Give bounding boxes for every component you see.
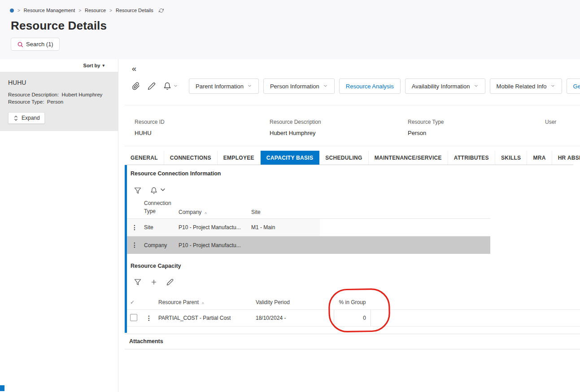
edit-icon[interactable] [166, 279, 174, 286]
main-content: « Parent [118, 59, 580, 392]
table-row-selected[interactable]: ⋮ Company P10 - Project Manufactu... [127, 236, 490, 254]
resource-analysis-button[interactable]: Resource Analysis [339, 78, 401, 94]
chevron-down-icon [474, 83, 479, 90]
tab-skills[interactable]: SKILLS [495, 151, 527, 165]
search-icon [17, 41, 23, 48]
tab-bar: GENERAL CONNECTIONS EMPLOYEE CAPACITY BA… [125, 151, 573, 165]
sort-ascending-icon: ^ [202, 302, 204, 307]
capacity-table: ✓ Resource Parent^ Validity Period % in … [127, 291, 580, 327]
table-row[interactable]: ⋮ PARTIAL_COST - Partial Cost 18/10/2024… [127, 309, 580, 327]
connection-table-header: Connection Type Company^ Site [127, 199, 490, 219]
connection-section-title: Resource Connection Information [131, 170, 580, 177]
attachments-section[interactable]: Attachments [125, 334, 580, 349]
tab-capacity-basis[interactable]: CAPACITY BASIS [261, 151, 319, 165]
resource-list-item[interactable]: HUHU Resource Description: Hubert Humphr… [0, 72, 118, 131]
tab-mra[interactable]: MRA [527, 151, 552, 165]
availability-information-button[interactable]: Availability Information [405, 78, 485, 94]
field-resource-id: Resource ID HUHU [135, 119, 270, 146]
expand-button-label: Expand [22, 115, 40, 121]
breadcrumb: > Resource Management > Resource > Resou… [0, 0, 580, 13]
expand-icon [13, 115, 19, 121]
breadcrumb-separator-icon: > [78, 8, 81, 13]
app-home-icon[interactable] [10, 9, 14, 13]
notification-bell-menu[interactable] [150, 186, 166, 195]
row-menu-icon[interactable]: ⋮ [131, 224, 138, 231]
row-menu-icon[interactable]: ⋮ [131, 241, 138, 248]
bell-icon [163, 82, 171, 90]
parent-information-button[interactable]: Parent Information [189, 78, 259, 94]
row-checkbox[interactable] [130, 314, 137, 321]
collapse-panel-icon[interactable]: « [132, 65, 141, 73]
record-summary-card: Resource ID HUHU Resource Description Hu… [125, 105, 580, 146]
tab-attributes[interactable]: ATTRIBUTES [448, 151, 495, 165]
column-header-company[interactable]: Company^ [176, 209, 249, 215]
capacity-section-title: Resource Capacity [131, 263, 580, 269]
command-toolbar: Parent Information Person Information Re… [132, 78, 580, 94]
breadcrumb-separator-icon: > [17, 8, 20, 13]
column-header-pct-in-group[interactable]: % in Group [334, 299, 371, 305]
notification-bell-menu[interactable] [163, 82, 178, 90]
sidebar: Sort by ▾ HUHU Resource Description: Hub… [0, 59, 118, 392]
tab-general[interactable]: GENERAL [125, 151, 164, 165]
chevron-down-icon [247, 83, 252, 90]
table-row[interactable]: ⋮ Site P10 - Project Manufactu... M1 - M… [127, 219, 490, 236]
capacity-table-toolbar [134, 277, 580, 287]
resource-card-title: HUHU [8, 79, 111, 86]
tab-employee[interactable]: EMPLOYEE [218, 151, 261, 165]
breadcrumb-item-resource-management[interactable]: Resource Management [24, 8, 75, 13]
resource-card-description: Resource Description: Hubert Humphrey [8, 92, 111, 97]
row-menu-icon[interactable]: ⋮ [146, 314, 152, 322]
column-header-resource-parent[interactable]: Resource Parent^ [155, 299, 253, 305]
tab-maintenance-service[interactable]: MAINTENANCE/SERVICE [369, 151, 448, 165]
tab-scheduling[interactable]: SCHEDULING [319, 151, 368, 165]
filter-icon[interactable] [134, 279, 141, 286]
column-header-connection-type[interactable]: Connection Type [142, 199, 176, 215]
field-user: User [545, 119, 580, 146]
sort-ascending-icon: ^ [205, 212, 207, 217]
attachments-title: Attachments [129, 338, 576, 344]
breadcrumb-item-resource-details[interactable]: Resource Details [116, 8, 153, 13]
select-all-check-icon[interactable]: ✓ [130, 299, 135, 305]
app-root: > Resource Management > Resource > Resou… [0, 0, 580, 392]
page-header: > Resource Management > Resource > Resou… [0, 0, 580, 59]
column-header-site[interactable]: Site [249, 209, 320, 215]
generate-schedules-button[interactable]: Generate Schedules [567, 78, 580, 94]
attachment-icon[interactable] [132, 82, 140, 90]
breadcrumb-item-resource[interactable]: Resource [85, 8, 106, 13]
page-title: Resource Details [11, 19, 580, 33]
chevron-down-icon [159, 186, 166, 195]
expand-button[interactable]: Expand [8, 112, 45, 124]
sort-by-button[interactable]: Sort by ▾ [83, 63, 105, 68]
capacity-basis-panel: Resource Connection Information [125, 165, 580, 333]
sidebar-sort-row: Sort by ▾ [0, 59, 118, 72]
tab-connections[interactable]: CONNECTIONS [164, 151, 218, 165]
person-information-button[interactable]: Person Information [263, 78, 335, 94]
search-button-label: Search (1) [26, 41, 53, 48]
mobile-related-info-button[interactable]: Mobile Related Info [490, 78, 562, 94]
chevron-down-icon: ▾ [102, 63, 105, 68]
connection-table-toolbar [134, 186, 580, 196]
add-row-icon[interactable] [150, 279, 157, 286]
capacity-table-header: ✓ Resource Parent^ Validity Period % in … [127, 291, 580, 309]
sort-by-label: Sort by [83, 63, 100, 68]
resource-card-type: Resource Type: Person [8, 99, 111, 105]
field-resource-description: Resource Description Hubert Humphrey [270, 119, 408, 146]
breadcrumb-separator-icon: > [109, 8, 112, 13]
field-resource-type: Resource Type Person [408, 119, 545, 146]
chevron-down-icon [323, 83, 328, 90]
bell-icon [150, 187, 157, 194]
search-button[interactable]: Search (1) [11, 38, 60, 51]
tab-hr-absence[interactable]: HR ABSENCE [552, 151, 580, 165]
filter-icon[interactable] [134, 187, 141, 194]
bottom-left-accent-mark [0, 385, 4, 391]
refresh-icon[interactable] [159, 8, 164, 13]
pct-in-group-cell[interactable]: 0 [334, 310, 371, 326]
connection-table: Connection Type Company^ Site ⋮ Site P10… [127, 199, 490, 254]
edit-icon[interactable] [148, 82, 156, 90]
chevron-down-icon [550, 83, 555, 90]
chevron-down-icon [173, 82, 178, 90]
column-header-validity-period[interactable]: Validity Period [253, 299, 334, 305]
